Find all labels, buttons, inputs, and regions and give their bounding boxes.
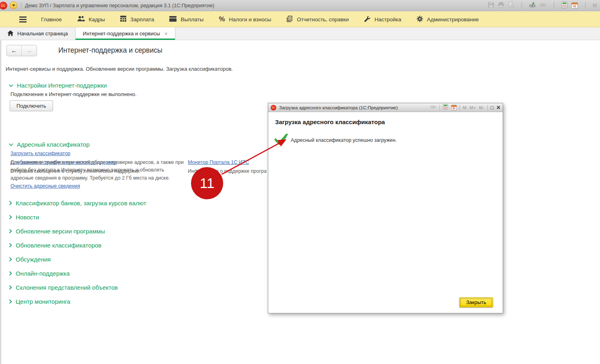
connect-button[interactable]: Подключить [10,100,53,111]
menu-item-vyplaty[interactable]: Выплаты [164,12,208,27]
section-title: Обсуждения [16,256,51,263]
annotation-step-badge: 11 [191,167,223,199]
success-message: Адресный классификатор успешно загружен. [291,137,397,143]
chevron-right-icon [9,201,12,205]
section-news[interactable]: Новости [9,210,146,224]
menu-label: Кадры [89,16,105,22]
wallet-icon [169,16,177,23]
section-title: Классификатор банков, загрузка курсов ва… [16,200,146,207]
back-button[interactable]: ← [7,45,22,56]
get-link-icon[interactable] [529,2,536,10]
menu-label: Настройка [374,16,401,22]
percent-icon: % [219,15,225,23]
menu-item-nalogi[interactable]: % Налоги и взносы [214,12,276,27]
maximize-icon[interactable]: □ [491,105,494,110]
section-title: Обновление версии программы [16,228,105,235]
section-monitoring-center[interactable]: Центр мониторинга [9,294,146,309]
clear-address-data-link[interactable]: Очистить адресные сведения [10,183,80,189]
gear-icon [417,16,423,23]
go-to-link-icon[interactable] [540,2,547,10]
section-address-classifier[interactable]: Адресный классификатор [9,141,90,148]
main-menu-dropdown-button[interactable] [10,2,17,9]
section-program-update[interactable]: Обновление версии программы [9,224,146,238]
address-classifier-dialog: 1С Загрузка адресного классификатора (1С… [268,103,503,313]
tab-internet-support[interactable]: Интернет-поддержка и сервисы × [76,27,175,40]
page-title: Интернет-поддержка и сервисы [58,46,162,55]
history-nav: ← → [6,45,37,56]
print-icon[interactable] [498,2,504,10]
connection-status: Подключение к Интернет-поддержке не выпо… [10,91,137,97]
forward-button[interactable]: → [22,45,37,56]
menu-item-otchetnost[interactable]: Отчетность, справки [282,12,353,27]
page-subtitle: Интернет-сервисы и поддержка. Обновление… [6,66,233,72]
chevron-right-icon [9,285,12,290]
dialog-title: Загрузка адресного классификатора (1С:Пр… [279,105,398,110]
section-title: Обновление классификаторов [16,242,101,249]
chevron-right-icon [9,257,12,262]
success-checkmark-icon [274,133,288,147]
menu-item-glavnoe[interactable]: Главное [36,12,67,27]
save-icon[interactable] [488,2,494,10]
divider [554,2,554,9]
tab-home[interactable]: Начальная страница [0,27,76,40]
tabbar: Начальная страница Интернет-поддержка и … [0,27,600,40]
load-classifier-link[interactable]: Загрузить классификатор [10,151,70,156]
chevron-right-icon [9,215,12,219]
memory-button[interactable]: М [593,3,597,8]
close-button[interactable]: Закрыть [459,297,493,307]
section-declensions[interactable]: Склонения представлений объектов [9,280,146,294]
divider [460,105,460,110]
link-icon[interactable] [430,104,437,111]
window-edge [0,40,1,364]
section-bank-classifier[interactable]: Классификатор банков, загрузка курсов ва… [9,196,146,210]
menu-label: Выплаты [181,16,203,22]
divider [21,2,21,9]
tab-label: Начальная страница [17,31,68,37]
window-title: Демо ЗУП / Зарплата и управление персона… [25,3,214,8]
menu-label: Зарплата [130,16,154,22]
divider [440,105,440,110]
main-menubar: Главное Кадры Зарплата Выплаты % Налоги … [0,11,600,27]
section-title: Настройки Интернет-поддержки [17,82,107,89]
dialog-heading: Загрузка адресного классификатора [275,119,503,125]
print-preview-icon[interactable] [508,2,514,10]
section-online-support[interactable]: Онлайн-поддержка [9,266,146,280]
chevron-down-icon [9,143,13,146]
calendar-day-label: 31 [572,5,577,8]
tab-label: Интернет-поддержка и сервисы [83,31,160,37]
chevron-right-icon [9,243,12,247]
section-discussions[interactable]: Обсуждения [9,252,146,266]
calendar-icon[interactable]: 31 [571,2,578,8]
hamburger-menu-icon[interactable] [18,15,28,24]
home-icon [7,30,14,37]
classifier-description: Для экономии трафика при автоподборе и п… [10,159,187,182]
calculator-icon[interactable] [561,2,568,10]
1c-logo-icon: 1С [0,2,7,10]
people-icon [77,16,85,23]
section-classifier-update[interactable]: Обновление классификаторов [9,238,146,252]
menu-item-kadry[interactable]: Кадры [72,12,110,27]
its-portal-monitor-link[interactable]: Монитор Портала 1С:ИТС [188,160,249,165]
menu-item-nastroyka[interactable]: Настройка [359,12,406,27]
chevron-right-icon [9,299,12,304]
memory-plus-button[interactable]: М+ [469,105,476,110]
section-title: Центр мониторинга [16,298,70,305]
section-title: Адресный классификатор [17,141,90,148]
calendar-icon[interactable]: 31 [451,105,457,110]
menu-item-zarplata[interactable]: Зарплата [115,12,159,27]
close-tab-icon[interactable]: × [164,31,168,37]
dialog-titlebar: 1С Загрузка адресного классификатора (1С… [268,103,503,112]
menu-label: Отчетность, справки [297,16,349,22]
menu-item-administrirovanie[interactable]: Администрирование [412,12,484,27]
memory-minus-button[interactable]: М- [479,105,485,110]
close-icon[interactable]: × [497,104,500,111]
menu-label: Главное [41,16,62,22]
memory-button[interactable]: М [463,105,467,110]
section-internet-support-settings[interactable]: Настройки Интернет-поддержки [9,82,107,89]
divider [522,2,522,9]
chevron-right-icon [9,271,12,276]
window-titlebar: 1С Демо ЗУП / Зарплата и управление перс… [0,0,600,11]
wrench-icon [364,16,370,23]
calculator-icon[interactable] [443,104,448,111]
calendar-day-label: 31 [452,107,456,110]
